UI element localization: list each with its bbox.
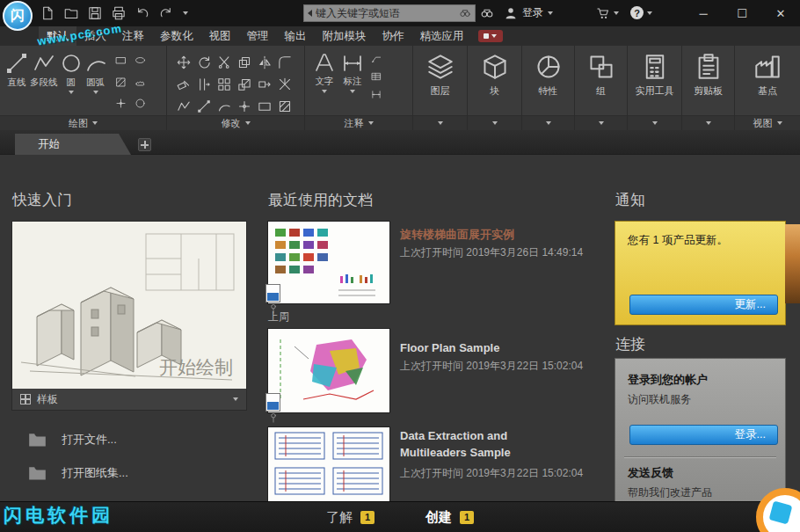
recent-group-label: 上周 <box>268 310 289 324</box>
annotate-panel-dropdown[interactable]: 注释 <box>305 115 412 130</box>
tab-addins[interactable]: 附加模块 <box>315 26 375 46</box>
point-icon[interactable] <box>115 98 127 109</box>
tool-circle[interactable]: 圆 <box>60 52 83 115</box>
clipboard-panel-dropdown[interactable] <box>682 115 734 130</box>
tab-output[interactable]: 输出 <box>277 26 315 46</box>
tool-group[interactable]: 组 <box>575 46 627 115</box>
rectangle-icon[interactable] <box>115 55 127 66</box>
leader-icon[interactable] <box>371 54 382 64</box>
explode-icon[interactable] <box>278 77 292 91</box>
tool-polyline[interactable]: 多段线 <box>30 52 58 115</box>
move-icon[interactable] <box>177 55 191 69</box>
signin-menu[interactable]: 登录 <box>500 4 556 22</box>
sheet-set-folder-icon <box>26 463 48 483</box>
join-icon[interactable] <box>258 99 272 113</box>
tool-line[interactable]: 直线 <box>5 52 28 115</box>
thumbnail-art <box>268 222 389 303</box>
binoculars-icon[interactable] <box>480 6 494 20</box>
signin-button[interactable]: 登录... <box>629 425 778 445</box>
notifications-heading: 通知 <box>615 190 645 210</box>
update-button[interactable]: 更新... <box>629 295 778 315</box>
open-sheet-set-link[interactable]: 打开图纸集... <box>26 463 128 483</box>
pin-icon[interactable] <box>268 412 279 423</box>
tab-manage[interactable]: 管理 <box>239 26 277 46</box>
layers-panel-dropdown[interactable] <box>413 115 467 130</box>
blend-icon[interactable] <box>278 99 292 113</box>
help-menu[interactable]: ? <box>630 6 652 19</box>
qat-dropdown-icon[interactable] <box>183 11 188 15</box>
feedback-title[interactable]: 发送反馈 <box>615 458 785 481</box>
recent-doc-title[interactable]: 旋转楼梯曲面展开实例 <box>400 226 589 243</box>
tool-insert-block[interactable]: 块 <box>468 46 521 115</box>
dwg-file-icon <box>265 393 280 412</box>
tool-text[interactable]: 文字 <box>313 51 336 115</box>
learn-view-button[interactable]: 了解 1 <box>326 509 375 526</box>
utilities-panel-dropdown[interactable] <box>628 115 681 130</box>
tool-paste[interactable]: 剪贴板 <box>682 46 734 115</box>
tab-collaborate[interactable]: 协作 <box>375 26 412 46</box>
tool-properties[interactable]: 特性 <box>522 46 574 115</box>
revision-cloud-icon[interactable] <box>135 77 146 88</box>
close-button[interactable]: ✕ <box>761 0 800 26</box>
new-file-icon[interactable] <box>40 6 55 20</box>
modify-panel-dropdown[interactable]: 修改 <box>167 115 304 130</box>
open-file-icon[interactable] <box>64 6 78 20</box>
redo-icon[interactable] <box>159 6 173 20</box>
properties-panel-dropdown[interactable] <box>522 115 574 130</box>
edit-polyline-icon[interactable] <box>177 99 191 113</box>
lengthen-icon[interactable] <box>197 99 211 113</box>
tab-parametric[interactable]: 参数化 <box>152 26 201 46</box>
maximize-button[interactable]: ☐ <box>723 0 761 26</box>
save-icon[interactable] <box>88 6 102 20</box>
recent-doc-thumbnail[interactable] <box>268 222 389 303</box>
open-files-link[interactable]: 打开文件... <box>26 430 117 449</box>
break-icon[interactable] <box>217 99 231 113</box>
minimize-button[interactable]: ─ <box>684 0 723 26</box>
featured-apps-extra-button[interactable] <box>478 30 503 42</box>
create-view-button[interactable]: 创建 1 <box>425 509 474 526</box>
hatch-icon[interactable] <box>115 77 127 88</box>
search-input[interactable] <box>316 7 459 19</box>
donut-icon[interactable] <box>135 98 146 109</box>
tab-featured-apps[interactable]: 精选应用 <box>412 26 472 46</box>
table-icon[interactable] <box>371 71 382 82</box>
mirror-icon[interactable] <box>258 55 272 69</box>
recent-doc-title[interactable]: Floor Plan Sample <box>400 339 589 356</box>
fillet-icon[interactable] <box>278 55 292 69</box>
block-panel-dropdown[interactable] <box>468 115 521 130</box>
view-panel-dropdown[interactable]: 视图 <box>735 115 800 130</box>
trim-icon[interactable] <box>217 55 231 69</box>
templates-dropdown[interactable]: 样板 <box>12 389 246 410</box>
tab-view[interactable]: 视图 <box>201 26 239 46</box>
search-icon[interactable] <box>459 7 471 19</box>
tool-dimension[interactable]: 标注 <box>341 51 364 115</box>
search-dropdown-icon[interactable] <box>308 10 312 17</box>
new-drawing-tab-button[interactable] <box>138 138 151 151</box>
copy-icon[interactable] <box>237 55 251 69</box>
rotate-icon[interactable] <box>197 55 211 69</box>
tool-utilities[interactable]: 实用工具 <box>628 46 681 115</box>
draw-panel-dropdown[interactable]: 绘图 <box>0 115 166 130</box>
scale-icon[interactable] <box>237 77 251 91</box>
start-drawing-card[interactable]: 开始绘制 样板 <box>12 222 246 410</box>
tool-base[interactable]: 基点 <box>735 46 800 115</box>
offset-icon[interactable] <box>197 77 211 91</box>
file-tab-start[interactable]: 开始 <box>15 134 131 155</box>
undo-icon[interactable] <box>135 6 149 20</box>
recent-doc-thumbnail[interactable] <box>268 427 389 501</box>
groups-panel-dropdown[interactable] <box>575 115 627 130</box>
ellipse-icon[interactable] <box>135 55 146 66</box>
plot-icon[interactable] <box>112 6 126 20</box>
erase-icon[interactable] <box>177 77 191 91</box>
tool-layer-properties[interactable]: 图层 <box>413 46 467 115</box>
dim-style-icon[interactable] <box>371 89 382 99</box>
array-icon[interactable] <box>217 77 231 91</box>
app-store-button[interactable] <box>596 6 619 20</box>
divide-icon[interactable] <box>237 99 251 113</box>
signin-label: 登录 <box>522 5 543 20</box>
recent-doc-title[interactable]: Data Extraction and Multileaders Sample <box>400 427 576 461</box>
tool-arc[interactable]: 圆弧 <box>84 52 107 115</box>
watermark-logo-inner <box>769 501 793 525</box>
stretch-icon[interactable] <box>258 77 272 91</box>
recent-doc-thumbnail[interactable] <box>268 329 389 412</box>
